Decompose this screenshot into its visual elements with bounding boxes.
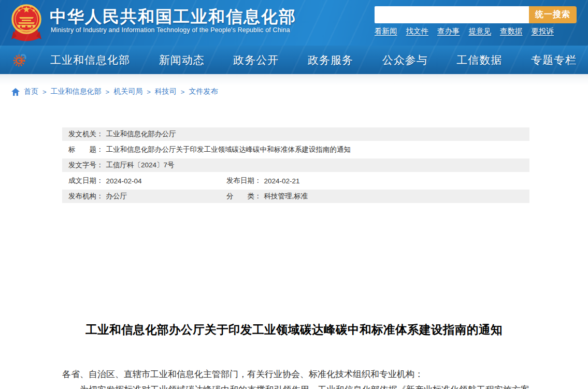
meta-value: 科技管理,标准 bbox=[264, 192, 308, 201]
nav-item-special-topics[interactable]: 专题专栏 bbox=[531, 53, 577, 67]
search-input[interactable] bbox=[375, 6, 529, 23]
breadcrumb-separator: > bbox=[147, 88, 151, 96]
breadcrumb-document-release[interactable]: 文件发布 bbox=[189, 87, 218, 96]
meta-row-dates: 成文日期： 2024-02-04 发布日期： 2024-02-21 bbox=[62, 174, 529, 188]
breadcrumb: 首页 > 工业和信息化部 > 机关司局 > 科技司 > 文件发布 bbox=[0, 74, 588, 96]
meta-value: 工业和信息化部办公厅 bbox=[106, 129, 176, 139]
search-button[interactable]: 统一搜索 bbox=[529, 6, 577, 23]
meta-label: 标 题： bbox=[68, 145, 104, 154]
site-header: 中华人民共和国工业和信息化部 Ministry of Industry and … bbox=[0, 0, 588, 46]
breadcrumb-departments[interactable]: 机关司局 bbox=[113, 87, 142, 96]
document-paragraph: 为切实发挥标准对工业领域碳达峰碳中和的支撑和引领作用，工业和信息化部依据《新产业… bbox=[62, 382, 529, 389]
breadcrumb-separator: > bbox=[106, 88, 110, 96]
meta-label: 分 类： bbox=[226, 192, 262, 201]
main-nav: 工业和信息化部 新闻动态 政务公开 政务服务 公众参与 工信数据 专题专栏 bbox=[0, 46, 588, 74]
meta-label: 成文日期： bbox=[68, 176, 104, 185]
miit-logo-icon bbox=[12, 52, 27, 70]
quick-link-services[interactable]: 查办事 bbox=[437, 26, 460, 36]
page-content: 首页 > 工业和信息化部 > 机关司局 > 科技司 > 文件发布 发文机关： 工… bbox=[0, 74, 588, 389]
nav-item-gov-disclosure[interactable]: 政务公开 bbox=[233, 53, 279, 67]
home-icon[interactable] bbox=[11, 88, 20, 96]
breadcrumb-science-tech-dept[interactable]: 科技司 bbox=[155, 87, 177, 96]
meta-label: 发文机关： bbox=[68, 129, 104, 139]
meta-label: 发布机构： bbox=[68, 192, 104, 201]
breadcrumb-miit[interactable]: 工业和信息化部 bbox=[51, 87, 102, 96]
meta-label: 发文字号： bbox=[68, 161, 104, 170]
site-title: 中华人民共和国工业和信息化部 bbox=[50, 6, 296, 28]
meta-row-publisher-category: 发布机构： 办公厅 分 类： 科技管理,标准 bbox=[62, 190, 529, 203]
meta-value: 办公厅 bbox=[106, 192, 127, 201]
quick-link-news[interactable]: 看新闻 bbox=[375, 26, 397, 36]
breadcrumb-separator: > bbox=[42, 88, 47, 96]
meta-value: 2024-02-04 bbox=[106, 177, 142, 185]
meta-row-document-number: 发文字号： 工信厅科〔2024〕7号 bbox=[62, 159, 529, 172]
nav-item-public-participation[interactable]: 公众参与 bbox=[382, 53, 428, 67]
nav-item-miit-data[interactable]: 工信数据 bbox=[456, 53, 502, 67]
meta-row-issuing-agency: 发文机关： 工业和信息化部办公厅 bbox=[62, 127, 529, 141]
document-body: 各省、自治区、直辖市工业和信息化主管部门，有关行业协会、标准化技术组织和专业机构… bbox=[62, 367, 529, 389]
header-quick-links: 看新闻 找文件 查办事 提意见 查数据 要投诉 bbox=[375, 26, 554, 36]
nav-items: 工业和信息化部 新闻动态 政务公开 政务服务 公众参与 工信数据 专题专栏 bbox=[50, 46, 577, 74]
search-box: 统一搜索 bbox=[375, 6, 577, 23]
quick-link-suggestions[interactable]: 提意见 bbox=[469, 26, 492, 36]
document-meta-table: 发文机关： 工业和信息化部办公厅 标 题： 工业和信息化部办公厅关于印发工业领域… bbox=[62, 127, 529, 205]
site-logo-link[interactable] bbox=[11, 2, 41, 44]
quick-link-complaints[interactable]: 要投诉 bbox=[532, 26, 554, 36]
nav-item-news[interactable]: 新闻动态 bbox=[159, 53, 205, 67]
site-subtitle: Ministry of Industry and Information Tec… bbox=[51, 26, 290, 34]
document-title: 工业和信息化部办公厅关于印发工业领域碳达峰碳中和标准体系建设指南的通知 bbox=[0, 322, 588, 338]
breadcrumb-home[interactable]: 首页 bbox=[24, 87, 38, 96]
breadcrumb-separator: > bbox=[181, 88, 185, 96]
document-paragraph: 各省、自治区、直辖市工业和信息化主管部门，有关行业协会、标准化技术组织和专业机构… bbox=[62, 367, 529, 382]
national-emblem-icon bbox=[11, 2, 41, 44]
meta-row-title: 标 题： 工业和信息化部办公厅关于印发工业领域碳达峰碳中和标准体系建设指南的通知 bbox=[62, 143, 529, 156]
quick-link-documents[interactable]: 找文件 bbox=[406, 26, 429, 36]
meta-label: 发布日期： bbox=[226, 176, 262, 185]
meta-value: 工信厅科〔2024〕7号 bbox=[106, 161, 175, 170]
quick-link-data[interactable]: 查数据 bbox=[500, 26, 523, 36]
nav-item-gov-services[interactable]: 政务服务 bbox=[308, 53, 353, 67]
meta-value: 2024-02-21 bbox=[264, 177, 300, 185]
meta-value: 工业和信息化部办公厅关于印发工业领域碳达峰碳中和标准体系建设指南的通知 bbox=[106, 145, 351, 154]
nav-item-miit[interactable]: 工业和信息化部 bbox=[50, 53, 130, 67]
